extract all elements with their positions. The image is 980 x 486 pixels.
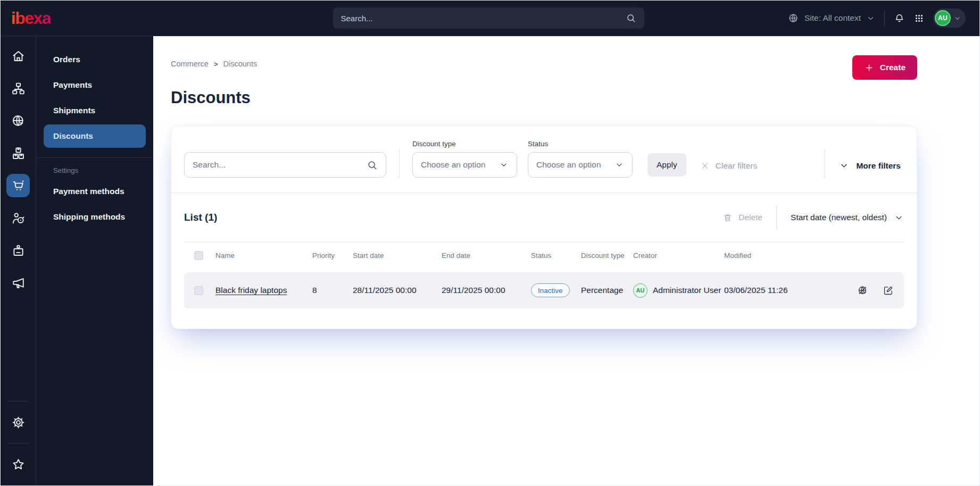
creator-name: Administrator User bbox=[653, 286, 721, 295]
main-content: Commerce > Discounts Create Discounts bbox=[153, 36, 979, 485]
nav-commerce[interactable] bbox=[6, 174, 30, 197]
customer-target-icon bbox=[11, 211, 26, 225]
chevron-down-icon bbox=[839, 161, 849, 171]
close-icon bbox=[700, 161, 710, 171]
global-search-input[interactable] bbox=[341, 14, 626, 23]
breadcrumb-commerce[interactable]: Commerce bbox=[171, 60, 209, 68]
menu-item-shipping-methods[interactable]: Shipping methods bbox=[44, 205, 146, 229]
menu-item-discounts[interactable]: Discounts bbox=[44, 124, 146, 148]
apply-button[interactable]: Apply bbox=[647, 153, 686, 177]
discount-type-value: Choose an option bbox=[421, 160, 486, 170]
delete-button-label: Delete bbox=[738, 213, 762, 222]
globe-icon bbox=[788, 13, 799, 24]
notifications-bell-icon[interactable] bbox=[894, 13, 905, 24]
menu-divider bbox=[36, 157, 153, 158]
nav-id-badge[interactable] bbox=[6, 239, 30, 262]
menu-item-payments[interactable]: Payments bbox=[44, 73, 146, 97]
boxes-icon bbox=[11, 146, 26, 161]
search-icon bbox=[367, 160, 378, 171]
shopping-cart-icon bbox=[11, 179, 26, 193]
list-search-input[interactable] bbox=[193, 160, 367, 170]
column-header-name: Name bbox=[215, 252, 312, 259]
app-window: ibexa Site: All context bbox=[0, 0, 980, 486]
create-button-label: Create bbox=[880, 63, 906, 72]
breadcrumb-separator: > bbox=[214, 60, 218, 68]
nav-home[interactable] bbox=[6, 44, 30, 68]
discounts-table: Name Priority Start date End date Status… bbox=[184, 242, 904, 308]
delete-button[interactable]: Delete bbox=[722, 213, 762, 223]
nav-site[interactable] bbox=[6, 109, 30, 132]
table-header: Name Priority Start date End date Status… bbox=[184, 242, 904, 268]
top-bar: ibexa Site: All context bbox=[1, 1, 979, 36]
row-checkbox[interactable] bbox=[194, 286, 203, 295]
column-header-discount-type: Discount type bbox=[581, 252, 633, 259]
site-context-selector[interactable]: Site: All context bbox=[788, 13, 875, 24]
content-tree-icon bbox=[11, 81, 26, 96]
trash-icon bbox=[722, 213, 733, 223]
row-end-date: 29/11/2025 00:00 bbox=[442, 286, 531, 295]
column-header-start-date: Start date bbox=[353, 252, 442, 259]
avatar: AU bbox=[935, 10, 951, 26]
megaphone-icon bbox=[11, 276, 26, 290]
list-title: List (1) bbox=[184, 212, 217, 223]
menu-item-shipments[interactable]: Shipments bbox=[44, 99, 146, 122]
home-icon bbox=[11, 49, 26, 63]
row-priority: 8 bbox=[312, 286, 353, 295]
sort-dropdown-label: Start date (newest, oldest) bbox=[791, 213, 887, 222]
column-header-modified: Modified bbox=[724, 252, 857, 259]
user-menu[interactable]: AU bbox=[933, 9, 966, 28]
discounts-card: Discount type Choose an option Status Ch… bbox=[171, 125, 917, 329]
clear-filters-button[interactable]: Clear filters bbox=[700, 161, 757, 171]
nav-bookmarks[interactable] bbox=[6, 453, 30, 476]
column-header-status: Status bbox=[531, 252, 581, 259]
column-header-priority: Priority bbox=[312, 252, 353, 259]
select-all-checkbox[interactable] bbox=[194, 251, 203, 260]
plus-icon bbox=[864, 63, 874, 73]
ibexa-logo[interactable]: ibexa bbox=[11, 10, 51, 27]
breadcrumb-discounts[interactable]: Discounts bbox=[223, 60, 258, 68]
nav-content-tree[interactable] bbox=[6, 77, 30, 100]
nav-customers[interactable] bbox=[6, 206, 30, 230]
globe-cursor-icon bbox=[11, 114, 26, 128]
row-modified: 03/06/2025 11:26 bbox=[724, 286, 857, 295]
site-context-label: Site: All context bbox=[804, 13, 861, 23]
sort-dropdown[interactable]: Start date (newest, oldest) bbox=[791, 213, 904, 223]
rail-divider bbox=[7, 443, 29, 443]
app-grid-icon[interactable] bbox=[914, 13, 924, 23]
edit-icon[interactable] bbox=[883, 285, 894, 296]
nav-product-catalog[interactable] bbox=[6, 141, 30, 165]
create-button[interactable]: Create bbox=[852, 55, 917, 80]
status-select[interactable]: Choose an option bbox=[528, 152, 633, 178]
chevron-down-icon bbox=[953, 14, 961, 22]
creator-avatar: AU bbox=[633, 283, 647, 298]
list-section: List (1) Delete Start date (newest, olde… bbox=[171, 193, 917, 329]
filter-bar: Discount type Choose an option Status Ch… bbox=[171, 126, 917, 192]
row-start-date: 28/11/2025 00:00 bbox=[353, 286, 442, 295]
gear-icon bbox=[11, 415, 26, 430]
table-row: Black friday laptops 8 28/11/2025 00:00 … bbox=[184, 272, 904, 308]
discount-type-select[interactable]: Choose an option bbox=[412, 152, 517, 178]
column-header-end-date: End date bbox=[442, 252, 531, 259]
discount-type-label: Discount type bbox=[412, 140, 517, 148]
list-search[interactable] bbox=[184, 152, 386, 178]
column-header-creator: Creator bbox=[633, 252, 724, 259]
chevron-down-icon bbox=[499, 160, 509, 170]
menu-item-payment-methods[interactable]: Payment methods bbox=[44, 180, 146, 203]
nav-settings[interactable] bbox=[6, 410, 30, 434]
top-bar-right: Site: All context AU bbox=[644, 9, 966, 28]
nav-marketing[interactable] bbox=[6, 271, 30, 295]
chevron-down-icon bbox=[866, 14, 875, 23]
id-badge-icon bbox=[11, 244, 26, 258]
top-bar-divider bbox=[884, 10, 885, 26]
list-divider bbox=[776, 206, 777, 229]
breadcrumb: Commerce > Discounts bbox=[171, 55, 257, 68]
more-filters-button[interactable]: More filters bbox=[839, 161, 901, 171]
body: Orders Payments Shipments Discounts Sett… bbox=[1, 36, 979, 485]
status-label: Status bbox=[528, 140, 633, 148]
preview-disabled-icon[interactable] bbox=[857, 285, 868, 296]
discount-name-link[interactable]: Black friday laptops bbox=[215, 286, 287, 295]
global-search[interactable] bbox=[333, 7, 644, 29]
menu-item-orders[interactable]: Orders bbox=[44, 48, 146, 71]
rail-divider bbox=[7, 401, 29, 401]
clear-filters-label: Clear filters bbox=[716, 161, 757, 171]
